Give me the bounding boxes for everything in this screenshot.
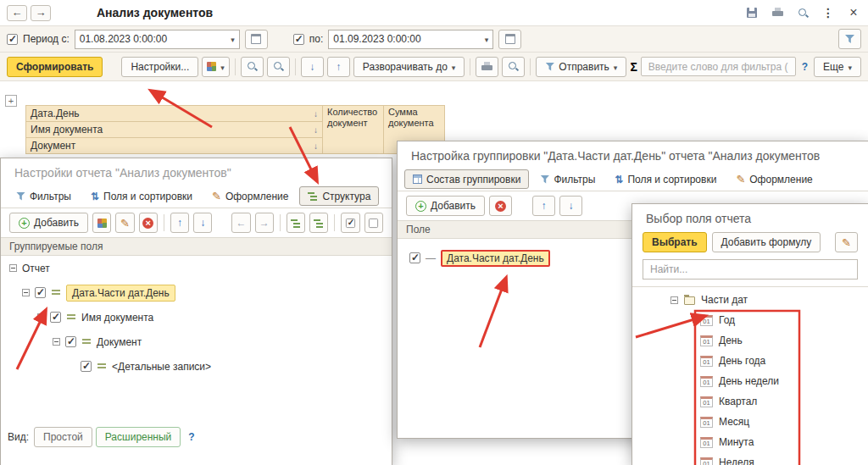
filter-word-input[interactable]	[641, 57, 796, 76]
tab-appearance[interactable]: Оформление	[727, 169, 821, 189]
field-search-input[interactable]	[643, 259, 858, 280]
tab-filters[interactable]: Фильтры	[531, 169, 604, 189]
save-button[interactable]	[744, 5, 760, 20]
settings-button[interactable]: Настройки...	[121, 57, 198, 77]
search-cancel-icon	[273, 61, 284, 72]
find-button[interactable]	[795, 5, 810, 20]
cancel-search-button[interactable]	[267, 57, 290, 77]
select-button[interactable]: Выбрать	[643, 232, 707, 252]
collapse-icon[interactable]	[22, 289, 30, 296]
period-to-field[interactable]: 01.09.2023 0:00:00	[328, 30, 493, 49]
tree-row-date-part[interactable]: Дата.Части дат.День	[1, 280, 392, 305]
delete-button[interactable]	[489, 196, 512, 216]
tab-structure[interactable]: Структура	[299, 186, 379, 206]
field-item-day-of-year[interactable]: 01 День года	[632, 351, 868, 371]
chevron-down-icon[interactable]	[485, 34, 489, 44]
kebab-icon	[822, 7, 834, 19]
filter-panel-button[interactable]	[838, 29, 861, 49]
search-in-report-button[interactable]	[241, 57, 264, 77]
sort-indicator-icon[interactable]	[314, 108, 318, 119]
tab-appearance[interactable]: Оформление	[203, 186, 297, 206]
delete-button[interactable]	[139, 213, 158, 233]
period-to-checkbox[interactable]	[293, 34, 304, 45]
help-button[interactable]: ?	[799, 61, 810, 73]
outdent-button[interactable]	[309, 213, 328, 233]
row-checkbox[interactable]	[35, 287, 46, 298]
period-from-calendar-button[interactable]	[245, 30, 268, 49]
collapse-icon[interactable]	[53, 338, 60, 346]
field-group-row[interactable]: Части дат	[632, 290, 868, 310]
more-button[interactable]: Еще	[814, 57, 861, 77]
forward-button[interactable]	[31, 5, 51, 21]
settings-variants-button[interactable]	[202, 57, 230, 77]
grouping-field-chip[interactable]: Дата.Части дат.День	[441, 250, 550, 267]
sort-ascending-button[interactable]	[301, 57, 324, 77]
period-from-field[interactable]: 01.08.2023 0:00:00	[75, 30, 240, 49]
titlebar: Анализ документов	[0, 0, 868, 25]
move-right-button[interactable]	[255, 213, 274, 233]
move-down-button[interactable]	[193, 213, 212, 233]
chevron-down-icon[interactable]	[231, 34, 235, 44]
tree-row-detail-records[interactable]: <Детальные записи>	[1, 354, 392, 379]
report-row-document[interactable]: Документ	[26, 138, 323, 154]
field-item-month[interactable]: 01 Месяц	[632, 412, 868, 432]
add-formula-button[interactable]: Добавить формулу	[712, 232, 821, 252]
sort-descending-button[interactable]	[327, 57, 350, 77]
sort-indicator-icon[interactable]	[314, 141, 318, 151]
print-preview-button[interactable]	[502, 57, 525, 77]
field-item-minute[interactable]: 01 Минута	[632, 432, 868, 452]
uncheck-all-button[interactable]	[364, 213, 383, 233]
row-checkbox[interactable]	[409, 252, 420, 263]
period-to-calendar-button[interactable]	[498, 30, 521, 49]
expand-to-button[interactable]: Разворачивать до	[353, 57, 465, 77]
close-button[interactable]	[846, 5, 861, 20]
view-extended-button[interactable]: Расширенный	[96, 427, 181, 447]
collapse-icon[interactable]	[37, 313, 45, 321]
print-button[interactable]	[770, 5, 785, 20]
move-up-button[interactable]	[532, 196, 555, 216]
tree-row-docname[interactable]: Имя документа	[1, 305, 392, 329]
collapse-icon[interactable]	[9, 264, 17, 272]
report-expand-all-button[interactable]: +	[5, 95, 17, 107]
collapse-icon[interactable]	[670, 296, 678, 304]
chevron-down-icon	[848, 62, 852, 72]
field-item-year[interactable]: 01 Год	[632, 310, 868, 330]
field-item-week[interactable]: 01 Неделя	[632, 452, 868, 465]
sort-indicator-icon[interactable]	[314, 125, 318, 135]
report-row-date[interactable]: Дата.День	[26, 106, 323, 122]
edit-button[interactable]	[115, 213, 134, 233]
more-menu-button[interactable]	[821, 5, 836, 20]
check-all-button[interactable]	[341, 213, 359, 233]
tree-row-report[interactable]: Отчет	[1, 256, 392, 280]
view-simple-button[interactable]: Простой	[34, 427, 92, 447]
row-checkbox[interactable]	[81, 361, 92, 372]
report-row-docname[interactable]: Имя документа	[26, 122, 323, 138]
report-col-quantity[interactable]: Количество документ	[323, 106, 384, 154]
selected-field-chip[interactable]: Дата.Части дат.День	[66, 285, 175, 302]
add-group-button[interactable]	[92, 213, 111, 233]
move-down-button[interactable]	[559, 196, 582, 216]
move-up-button[interactable]	[170, 213, 189, 233]
sum-button[interactable]: Σ	[630, 60, 637, 74]
tab-grouping-content[interactable]: Состав группировки	[404, 169, 529, 189]
add-button[interactable]: Добавить	[406, 196, 485, 216]
indent-button[interactable]	[287, 213, 305, 233]
tab-filters[interactable]: Фильтры	[8, 186, 80, 206]
row-checkbox[interactable]	[65, 336, 76, 347]
generate-button[interactable]: Сформировать	[7, 57, 103, 77]
tab-fields-sorting[interactable]: Поля и сортировки	[606, 169, 725, 189]
add-button[interactable]: Добавить	[9, 213, 88, 233]
edit-button[interactable]	[835, 232, 858, 252]
row-checkbox[interactable]	[50, 312, 61, 323]
field-item-day[interactable]: 01 День	[632, 330, 868, 351]
help-button[interactable]: ?	[186, 431, 197, 443]
field-item-day-of-week[interactable]: 01 День недели	[632, 371, 868, 391]
back-button[interactable]	[7, 5, 27, 21]
tree-row-document[interactable]: Документ	[1, 329, 392, 354]
move-left-button[interactable]	[231, 213, 250, 233]
field-item-quarter[interactable]: 01 Квартал	[632, 391, 868, 412]
print-report-button[interactable]	[476, 57, 498, 77]
send-button[interactable]: Отправить	[536, 57, 626, 77]
period-from-checkbox[interactable]	[7, 34, 18, 45]
tab-fields-sorting[interactable]: Поля и сортировки	[82, 186, 201, 206]
